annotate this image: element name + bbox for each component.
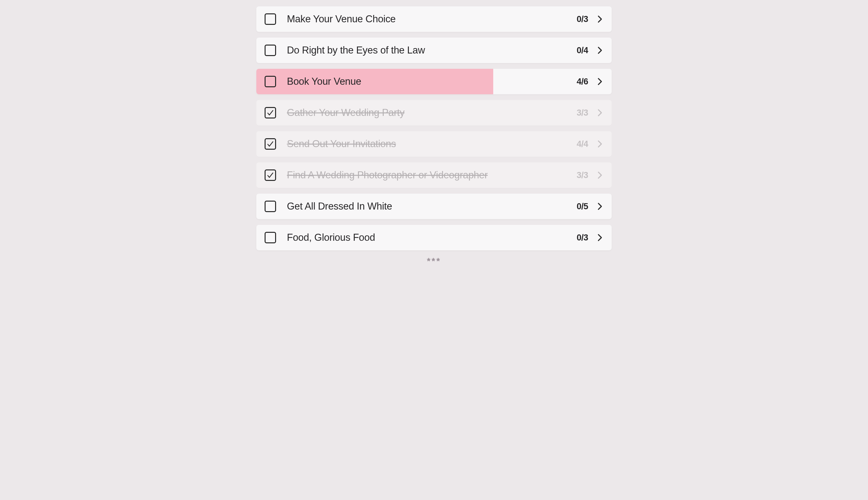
task-checkbox[interactable] <box>265 45 276 56</box>
task-item[interactable]: Do Right by the Eyes of the Law 0/4 <box>256 37 612 63</box>
task-list-container: Make Your Venue Choice 0/3 Do Right by t… <box>230 7 638 266</box>
task-count: 0/4 <box>576 46 588 55</box>
section-divider: *** <box>256 256 612 266</box>
task-title: Food, Glorious Food <box>287 232 576 243</box>
task-count: 3/3 <box>576 170 588 180</box>
task-checkbox[interactable] <box>265 169 276 181</box>
task-count: 0/3 <box>576 14 588 24</box>
task-title: Book Your Venue <box>287 76 576 87</box>
task-item[interactable]: Find A Wedding Photographer or Videograp… <box>256 162 612 188</box>
task-item[interactable]: Send Out Your Invitations 4/4 <box>256 131 612 157</box>
task-checkbox[interactable] <box>265 76 276 87</box>
task-checkbox[interactable] <box>265 107 276 118</box>
task-count: 4/6 <box>576 77 588 87</box>
task-item[interactable]: Food, Glorious Food 0/3 <box>256 225 612 250</box>
chevron-right-icon <box>597 139 603 148</box>
task-count: 0/5 <box>576 202 588 212</box>
task-item[interactable]: Get All Dressed In White 0/5 <box>256 194 612 219</box>
chevron-right-icon <box>597 171 603 180</box>
task-item[interactable]: Make Your Venue Choice 0/3 <box>256 7 612 32</box>
task-count: 0/3 <box>576 233 588 243</box>
task-title: Make Your Venue Choice <box>287 13 576 25</box>
task-item[interactable]: Gather Your Wedding Party 3/3 <box>256 100 612 125</box>
task-checkbox[interactable] <box>265 201 276 212</box>
task-title: Do Right by the Eyes of the Law <box>287 45 576 56</box>
task-count: 3/3 <box>576 108 588 118</box>
task-title: Get All Dressed In White <box>287 201 576 212</box>
task-checkbox[interactable] <box>265 13 276 25</box>
task-title: Gather Your Wedding Party <box>287 107 576 118</box>
chevron-right-icon <box>597 108 603 117</box>
task-count: 4/4 <box>576 139 588 149</box>
task-title: Find A Wedding Photographer or Videograp… <box>287 169 576 181</box>
chevron-right-icon <box>597 202 603 211</box>
task-checkbox[interactable] <box>265 232 276 243</box>
task-item[interactable]: Book Your Venue 4/6 <box>256 69 612 94</box>
chevron-right-icon <box>597 46 603 55</box>
task-checkbox[interactable] <box>265 138 276 150</box>
chevron-right-icon <box>597 77 603 86</box>
chevron-right-icon <box>597 233 603 242</box>
chevron-right-icon <box>597 15 603 24</box>
task-title: Send Out Your Invitations <box>287 138 576 150</box>
